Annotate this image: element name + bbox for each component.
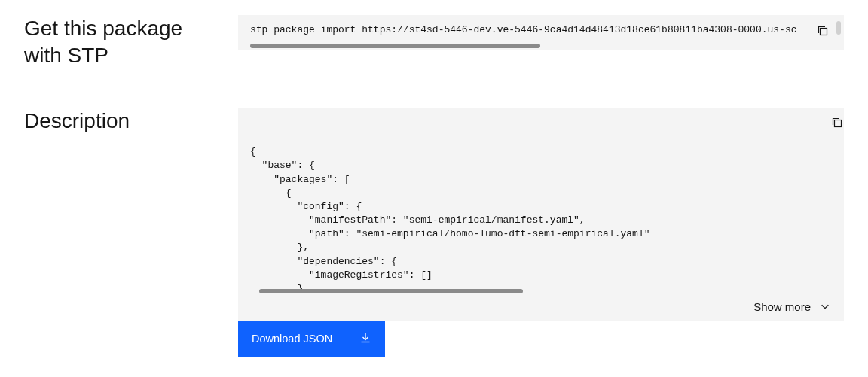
- description-section-label: Description: [24, 108, 238, 135]
- download-json-label: Download JSON: [252, 333, 332, 345]
- description-code-block: { "base": { "packages": [ { "config": { …: [238, 108, 844, 296]
- svg-rect-0: [821, 28, 827, 35]
- svg-rect-1: [834, 120, 841, 127]
- chevron-down-icon: [820, 301, 830, 312]
- horizontal-scrollbar[interactable]: [259, 289, 523, 293]
- download-json-button[interactable]: Download JSON: [238, 321, 385, 357]
- copy-button[interactable]: [814, 23, 832, 41]
- show-more-button[interactable]: Show more: [238, 296, 844, 321]
- stp-section-label: Get this package with STP: [24, 15, 238, 70]
- description-code-text: { "base": { "packages": [ { "config": { …: [250, 145, 802, 296]
- description-section: Description { "base": { "packages": [ { …: [24, 108, 844, 357]
- copy-button[interactable]: [814, 115, 832, 133]
- copy-icon: [802, 108, 842, 143]
- copy-icon: [817, 25, 829, 39]
- horizontal-scrollbar[interactable]: [250, 44, 540, 48]
- description-section-content: { "base": { "packages": [ { "config": { …: [238, 108, 844, 357]
- stp-code-text: stp package import https://st4sd-5446-de…: [250, 24, 797, 35]
- download-icon: [359, 332, 371, 346]
- stp-section-content: stp package import https://st4sd-5446-de…: [238, 15, 844, 50]
- vertical-scrollbar[interactable]: [836, 21, 841, 35]
- stp-section: Get this package with STP stp package im…: [24, 15, 844, 70]
- show-more-label: Show more: [753, 300, 811, 313]
- stp-code-block: stp package import https://st4sd-5446-de…: [238, 15, 844, 50]
